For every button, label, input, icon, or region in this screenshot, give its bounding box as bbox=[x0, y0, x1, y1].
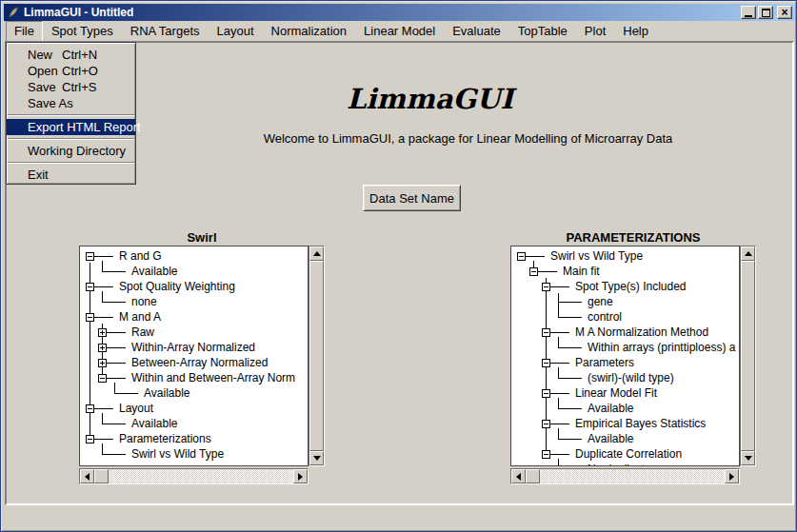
tree-node-label[interactable]: M and A bbox=[115, 309, 161, 325]
tree-row[interactable]: Available bbox=[515, 431, 739, 446]
tree-row[interactable]: Between-Array Normalized bbox=[84, 355, 308, 370]
tree-node-label[interactable]: Layout bbox=[115, 401, 153, 416]
tree-row[interactable]: No duplicates bbox=[515, 462, 739, 466]
right-tree-vertical-scrollbar[interactable] bbox=[740, 246, 756, 466]
tree-row[interactable]: Main fit bbox=[515, 264, 739, 279]
tree-row[interactable]: Available bbox=[84, 264, 308, 279]
tree-node-label[interactable]: Available bbox=[140, 385, 189, 401]
expand-minus-icon[interactable] bbox=[86, 404, 94, 413]
tree-node-label[interactable]: Swirl vs Wild Type bbox=[128, 446, 224, 462]
expand-plus-icon[interactable] bbox=[98, 328, 107, 337]
file-menu-item-save[interactable]: SaveCtrl+S bbox=[7, 79, 135, 95]
scroll-right-button[interactable] bbox=[293, 469, 308, 483]
tree-node-label[interactable]: (swirl)-(wild type) bbox=[584, 370, 674, 385]
tree-node-label[interactable]: Linear Model Fit bbox=[571, 385, 657, 401]
tree-row[interactable]: Available bbox=[84, 416, 308, 431]
file-menu-item-export-html-report[interactable]: Export HTML Report bbox=[7, 119, 135, 135]
tree-row[interactable]: Linear Model Fit bbox=[515, 385, 739, 401]
scroll-down-button[interactable] bbox=[741, 451, 755, 465]
maximize-button[interactable] bbox=[758, 6, 773, 19]
tree-node-label[interactable]: gene bbox=[584, 294, 613, 309]
menubar-item-rna-targets[interactable]: RNA Targets bbox=[122, 21, 209, 42]
tree-row[interactable]: Duplicate Correlation bbox=[515, 446, 739, 462]
tree-row[interactable]: Spot Type(s) Included bbox=[515, 279, 739, 294]
file-menu-item-open[interactable]: OpenCtrl+O bbox=[7, 63, 135, 79]
left-tree[interactable]: R and GAvailableSpot Quality Weightingno… bbox=[79, 246, 309, 466]
tree-node-label[interactable]: Within and Between-Array Norm bbox=[128, 370, 295, 385]
tree-row[interactable]: Raw bbox=[84, 325, 308, 340]
tree-row[interactable]: none bbox=[84, 294, 308, 309]
tree-node-label[interactable]: Available bbox=[584, 431, 633, 446]
tree-node-label[interactable]: R and G bbox=[115, 248, 162, 264]
tree-row[interactable]: (swirl)-(wild type) bbox=[515, 370, 739, 385]
scroll-up-button[interactable] bbox=[309, 246, 324, 261]
tree-node-label[interactable]: Spot Type(s) Included bbox=[571, 279, 687, 294]
tree-node-label[interactable]: Parameterizations bbox=[115, 431, 211, 446]
minimize-button[interactable] bbox=[741, 6, 756, 19]
file-menu-item-exit[interactable]: Exit bbox=[7, 167, 135, 183]
expand-minus-icon[interactable] bbox=[542, 420, 550, 428]
tree-row[interactable]: Swirl vs Wild Type bbox=[84, 446, 308, 462]
expand-minus-icon[interactable] bbox=[98, 374, 107, 383]
tree-node-label[interactable]: Parameters bbox=[571, 355, 634, 370]
left-tree-vertical-scrollbar[interactable] bbox=[309, 246, 325, 466]
close-button[interactable]: × bbox=[777, 6, 792, 19]
tree-node-label[interactable]: Spot Quality Weighting bbox=[115, 279, 235, 294]
scroll-up-button[interactable] bbox=[741, 246, 755, 261]
expand-minus-icon[interactable] bbox=[542, 389, 550, 398]
menubar-item-linear-model[interactable]: Linear Model bbox=[355, 21, 444, 42]
tree-row[interactable]: M A Normalization Method bbox=[515, 325, 739, 340]
expand-minus-icon[interactable] bbox=[529, 267, 538, 276]
scroll-right-button[interactable] bbox=[725, 469, 739, 483]
menubar-item-normalization[interactable]: Normalization bbox=[263, 21, 355, 42]
vertical-scroll-thumb[interactable] bbox=[741, 261, 755, 451]
menubar-item-plot[interactable]: Plot bbox=[576, 21, 614, 42]
tree-row[interactable]: Within and Between-Array Norm bbox=[84, 370, 308, 385]
scroll-left-button[interactable] bbox=[511, 469, 526, 483]
expand-minus-icon[interactable] bbox=[542, 359, 550, 367]
tree-row[interactable]: Parameters bbox=[515, 355, 739, 370]
scrollbar-trough[interactable] bbox=[540, 469, 725, 483]
tree-node-label[interactable]: Within-Array Normalized bbox=[128, 340, 255, 355]
tree-row[interactable]: Available bbox=[84, 385, 308, 401]
tree-node-label[interactable]: Duplicate Correlation bbox=[571, 446, 682, 462]
tree-node-label[interactable]: M A Normalization Method bbox=[571, 325, 708, 340]
horizontal-scroll-thumb[interactable] bbox=[94, 469, 109, 483]
tree-node-label[interactable]: Empirical Bayes Statistics bbox=[571, 416, 706, 431]
tree-row[interactable]: Empirical Bayes Statistics bbox=[515, 416, 739, 431]
expand-plus-icon[interactable] bbox=[98, 359, 107, 367]
tree-row[interactable]: M and A bbox=[84, 309, 308, 325]
expand-minus-icon[interactable] bbox=[86, 313, 94, 322]
scrollbar-trough[interactable] bbox=[109, 469, 293, 483]
tree-node-label[interactable]: control bbox=[584, 309, 622, 325]
left-tree-horizontal-scrollbar[interactable] bbox=[79, 468, 309, 484]
scroll-left-button[interactable] bbox=[80, 469, 94, 483]
tree-row[interactable]: control bbox=[515, 309, 739, 325]
expand-minus-icon[interactable] bbox=[86, 283, 94, 291]
tree-node-label[interactable]: Swirl vs Wild Type bbox=[547, 248, 643, 264]
vertical-scroll-thumb[interactable] bbox=[309, 261, 324, 451]
file-menu-item-working-directory[interactable]: Working Directory bbox=[7, 143, 135, 159]
titlebar[interactable]: LimmaGUI - Untitled × bbox=[4, 4, 795, 21]
tree-row[interactable]: gene bbox=[515, 294, 739, 309]
tree-node-label[interactable]: none bbox=[128, 294, 157, 309]
tree-node-label[interactable]: Between-Array Normalized bbox=[128, 355, 268, 370]
expand-minus-icon[interactable] bbox=[517, 252, 526, 261]
tree-row[interactable]: Available bbox=[515, 401, 739, 416]
tree-node-label[interactable]: Available bbox=[128, 264, 177, 279]
file-menu-item-save-as[interactable]: Save As bbox=[7, 95, 135, 111]
tree-node-label[interactable]: Raw bbox=[128, 325, 154, 340]
tree-row[interactable]: Layout bbox=[84, 401, 308, 416]
right-tree[interactable]: Swirl vs Wild TypeMain fitSpot Type(s) I… bbox=[510, 246, 740, 466]
expand-plus-icon[interactable] bbox=[98, 344, 107, 352]
menubar-item-help[interactable]: Help bbox=[614, 21, 657, 42]
tree-row[interactable]: Parameterizations bbox=[84, 431, 308, 446]
menubar-item-file[interactable]: File bbox=[6, 21, 43, 42]
horizontal-scroll-thumb[interactable] bbox=[526, 469, 540, 483]
tree-row[interactable]: Within arrays (printtiploess) a bbox=[515, 340, 739, 355]
scroll-down-button[interactable] bbox=[309, 451, 324, 465]
right-tree-horizontal-scrollbar[interactable] bbox=[510, 468, 740, 484]
expand-minus-icon[interactable] bbox=[542, 328, 550, 337]
menubar-item-spot-types[interactable]: Spot Types bbox=[43, 21, 122, 42]
expand-minus-icon[interactable] bbox=[86, 435, 94, 443]
